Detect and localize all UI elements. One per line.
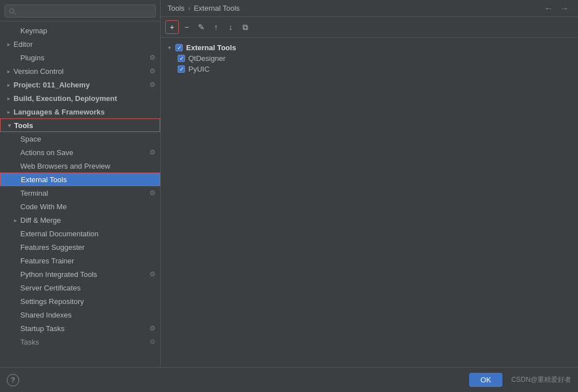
sidebar-item-tasks[interactable]: ▸ Tasks ⚙	[0, 335, 160, 349]
sidebar-item-settings-repository[interactable]: ▸ Settings Repository	[0, 294, 160, 308]
edit-tool-button[interactable]: ✎	[195, 20, 208, 34]
sidebar-tree: ▸ Keymap Editor ▸ Plugins ⚙ Versio	[0, 21, 160, 367]
checkbox-icon	[175, 44, 183, 51]
settings-icon: ⚙	[149, 148, 156, 156]
sidebar-item-external-tools[interactable]: ▸ External Tools	[0, 173, 160, 186]
arrow-down-icon	[5, 122, 13, 129]
breadcrumb-bar: Tools › External Tools ← →	[161, 0, 578, 17]
sidebar-item-label: Project: 011_Alchemy	[14, 81, 90, 89]
sidebar-item-label: Plugins	[20, 54, 45, 62]
sidebar-item-project[interactable]: Project: 011_Alchemy ⚙	[0, 78, 160, 91]
tool-item-qtdesigner[interactable]: QtDesigner	[161, 53, 578, 64]
sidebar-item-label: Settings Repository	[20, 297, 84, 306]
tool-group-label: External Tools	[186, 43, 236, 52]
checkbox-icon	[178, 65, 185, 73]
breadcrumb-root: Tools	[167, 4, 184, 12]
sidebar-item-label: External Documentation	[20, 230, 99, 238]
sidebar-item-features-trainer[interactable]: ▸ Features Trainer	[0, 254, 160, 267]
sidebar-item-features-suggester[interactable]: ▸ Features Suggester	[0, 240, 160, 254]
checkbox-icon	[178, 55, 185, 62]
remove-tool-button[interactable]: −	[180, 20, 193, 34]
arrow-right-icon	[5, 82, 12, 88]
move-down-button[interactable]: ↓	[224, 20, 237, 34]
sidebar-item-label: Terminal	[20, 189, 48, 197]
search-input[interactable]	[18, 7, 152, 15]
sidebar-item-label: Editor	[14, 40, 33, 49]
sidebar-item-label: Features Trainer	[20, 257, 74, 265]
dialog-body: ▸ Keymap Editor ▸ Plugins ⚙ Versio	[0, 0, 578, 367]
sidebar-item-server-certificates[interactable]: ▸ Server Certificates	[0, 281, 160, 294]
checkbox-pyuic[interactable]: PyUIC	[178, 65, 210, 73]
sidebar-item-code-with-me[interactable]: ▸ Code With Me	[0, 200, 160, 213]
sidebar-item-label: Web Browsers and Preview	[20, 162, 110, 170]
settings-icon: ⚙	[149, 189, 156, 197]
sidebar-item-keymap[interactable]: ▸ Keymap	[0, 24, 160, 37]
sidebar-item-label: Tasks	[20, 338, 39, 346]
tools-tree: External Tools QtDesigner PyUIC	[161, 38, 578, 367]
sidebar-item-version-control[interactable]: Version Control ⚙	[0, 64, 160, 78]
breadcrumb-nav: ← →	[542, 3, 571, 14]
arrow-right-icon	[5, 68, 12, 74]
move-up-button[interactable]: ↑	[209, 20, 223, 34]
footer-right: OK CSDN@重精爱好者	[469, 373, 571, 387]
sidebar-item-label: Python Integrated Tools	[20, 270, 97, 279]
arrow-right-icon	[5, 41, 12, 47]
copy-tool-button[interactable]: ⧉	[239, 20, 252, 34]
sidebar-item-shared-indexes[interactable]: ▸ Shared Indexes	[0, 308, 160, 321]
tool-item-pyuic[interactable]: PyUIC	[161, 64, 578, 74]
sidebar-item-label: Shared Indexes	[20, 311, 72, 319]
tool-item-label: QtDesigner	[188, 54, 226, 63]
sidebar-item-label: Server Certificates	[20, 284, 81, 292]
sidebar-item-build[interactable]: Build, Execution, Deployment	[0, 91, 160, 105]
nav-back-button[interactable]: ←	[542, 3, 555, 14]
sidebar-item-editor[interactable]: Editor	[0, 37, 160, 51]
sidebar-item-label: Diff & Merge	[20, 216, 61, 224]
sidebar-item-tools[interactable]: Tools	[0, 118, 160, 132]
arrow-right-icon	[11, 217, 19, 223]
settings-icon: ⚙	[149, 338, 156, 346]
sidebar-item-label: External Tools	[21, 175, 67, 184]
sidebar-item-label: Code With Me	[20, 202, 67, 211]
checkbox-external-tools[interactable]: External Tools	[175, 43, 236, 52]
tool-item-label: PyUIC	[188, 65, 210, 73]
add-tool-button[interactable]: +	[165, 20, 179, 34]
search-input-wrap[interactable]	[5, 5, 156, 17]
watermark-label: CSDN@重精爱好者	[511, 375, 571, 385]
sidebar-item-languages[interactable]: Languages & Frameworks	[0, 105, 160, 118]
sidebar-item-label: Build, Execution, Deployment	[14, 94, 117, 103]
settings-icon: ⚙	[149, 81, 156, 89]
sidebar-item-space[interactable]: ▸ Space	[0, 132, 160, 146]
sidebar: ▸ Keymap Editor ▸ Plugins ⚙ Versio	[0, 0, 161, 367]
main-content: Tools › External Tools ← → + − ✎ ↑ ↓ ⧉	[161, 0, 578, 367]
sidebar-item-python-integrated-tools[interactable]: ▸ Python Integrated Tools ⚙	[0, 267, 160, 281]
sidebar-item-plugins[interactable]: ▸ Plugins ⚙	[0, 51, 160, 64]
sidebar-item-label: Version Control	[14, 67, 64, 76]
ok-button[interactable]: OK	[469, 373, 502, 387]
sidebar-item-terminal[interactable]: ▸ Terminal ⚙	[0, 186, 160, 200]
arrow-right-icon	[5, 109, 12, 115]
checkbox-qtdesigner[interactable]: QtDesigner	[178, 54, 226, 63]
tools-toolbar: + − ✎ ↑ ↓ ⧉	[161, 17, 578, 38]
sidebar-item-actions-on-save[interactable]: ▸ Actions on Save ⚙	[0, 146, 160, 159]
sidebar-item-label: Startup Tasks	[20, 324, 65, 333]
search-bar	[0, 0, 160, 21]
settings-icon: ⚙	[149, 270, 156, 278]
sidebar-item-label: Keymap	[20, 27, 47, 35]
help-button[interactable]: ?	[7, 374, 19, 386]
settings-icon: ⚙	[149, 324, 156, 332]
settings-icon: ⚙	[149, 67, 156, 75]
sidebar-item-external-documentation[interactable]: ▸ External Documentation	[0, 227, 160, 240]
sidebar-item-label: Tools	[14, 121, 33, 130]
sidebar-item-web-browsers[interactable]: ▸ Web Browsers and Preview	[0, 159, 160, 173]
breadcrumb-current: External Tools	[194, 4, 240, 12]
search-icon	[8, 7, 16, 15]
breadcrumb-separator: ›	[188, 4, 190, 12]
settings-dialog: ▸ Keymap Editor ▸ Plugins ⚙ Versio	[0, 0, 578, 392]
tool-group-external-tools[interactable]: External Tools	[161, 42, 578, 53]
svg-line-1	[13, 12, 15, 14]
sidebar-item-label: Actions on Save	[20, 148, 73, 157]
sidebar-item-diff-merge[interactable]: Diff & Merge	[0, 213, 160, 227]
nav-forward-button[interactable]: →	[558, 3, 571, 14]
sidebar-item-startup-tasks[interactable]: ▸ Startup Tasks ⚙	[0, 321, 160, 335]
sidebar-item-label: Space	[20, 135, 41, 143]
